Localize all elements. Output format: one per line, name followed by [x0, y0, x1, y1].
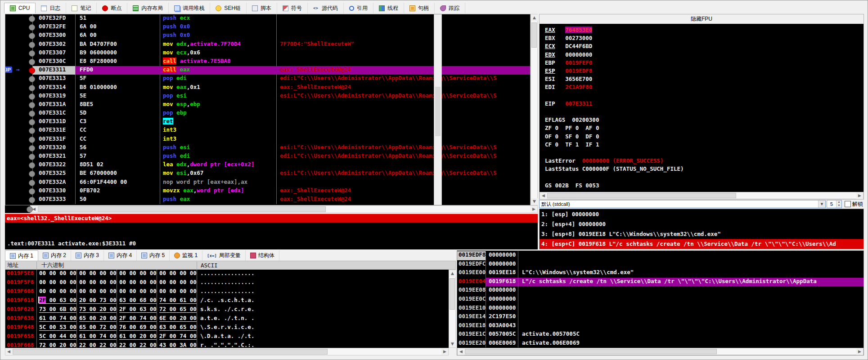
- scroll-left-icon[interactable]: ◀: [540, 192, 547, 199]
- stack-row[interactable]: 0019EE040019F618L"/c schtasks /create /t…: [457, 278, 864, 287]
- scroll-down-icon[interactable]: ▼: [531, 198, 538, 205]
- tab-locals[interactable]: [x=]局部变量: [202, 250, 246, 261]
- dump-row[interactable]: 0019F60800 00 00 0000 00 00 0000 00 00 0…: [5, 288, 449, 297]
- arg-depth-stepper[interactable]: 5 ▲▼: [827, 200, 842, 208]
- calling-convention-select[interactable]: 默认 (stdcall) ▼: [539, 200, 826, 208]
- disasm-row[interactable]: 007E331ECCint3: [5, 126, 530, 135]
- hide-fpu-button[interactable]: 隐藏FPU: [540, 14, 864, 24]
- tab-memory[interactable]: 内存 2: [38, 250, 71, 261]
- breakpoint-dot[interactable]: [29, 102, 35, 108]
- tab-references[interactable]: 引用: [344, 3, 373, 13]
- register-line[interactable]: EAX 764853E0: [545, 26, 864, 34]
- tab-memory[interactable]: 内存 3: [71, 250, 104, 261]
- stack-row[interactable]: 0019EE142C197E50: [457, 313, 864, 322]
- disasm-row[interactable]: 007E33228D51 02lea edx,dword ptr [ecx+0x…: [5, 161, 530, 169]
- breakpoint-dot[interactable]: [29, 188, 35, 195]
- tab-breakpoint[interactable]: 断点: [97, 3, 127, 13]
- breakpoint-dot[interactable]: [29, 42, 35, 48]
- stack-horizontal-scrollbar[interactable]: ◀ ▶: [457, 348, 864, 355]
- register-line[interactable]: EDI 2C1A9F80: [545, 83, 864, 91]
- disassembly-vertical-scrollbar[interactable]: ▲ ▼: [531, 14, 538, 205]
- dump-vertical-scrollbar[interactable]: ▲ ▼: [449, 270, 456, 348]
- scroll-down-icon[interactable]: ▼: [449, 341, 456, 347]
- disasm-row[interactable]: 007E32FD51push ecx: [5, 14, 530, 23]
- register-line[interactable]: EFLAGS 00200300: [545, 116, 864, 124]
- disasm-row[interactable]: 007E3325BE 67000000mov esi,0x67esi:L"C:\…: [5, 169, 530, 178]
- tab-symbols[interactable]: 符号: [277, 3, 308, 13]
- inner-scrollbar[interactable]: [434, 14, 442, 205]
- scroll-right-icon[interactable]: ▶: [856, 192, 863, 199]
- scrollbar-thumb[interactable]: [450, 278, 455, 310]
- register-line[interactable]: [545, 173, 864, 182]
- register-line[interactable]: [545, 108, 864, 116]
- disasm-row[interactable]: 007E33300FB702movzx eax,word ptr [edx]ea…: [5, 187, 530, 196]
- registers-horizontal-scrollbar[interactable]: ◀ ▶: [540, 192, 864, 199]
- tab-struct[interactable]: 结构体: [246, 250, 279, 261]
- scroll-left-icon[interactable]: ◀: [458, 348, 464, 355]
- register-line[interactable]: ESI 3656E700: [545, 75, 864, 83]
- disasm-row[interactable]: 007E32FE6A 00push 0x0: [5, 23, 530, 31]
- breakpoint-dot[interactable]: [29, 154, 35, 160]
- disasm-row[interactable]: 007E3307B9 06000000mov ecx,0x6: [5, 49, 530, 58]
- dump-row[interactable]: 0019F63861 00 74 0065 00 20 002F 00 74 0…: [5, 315, 449, 324]
- disasm-row[interactable]: 007E331A8BE5mov esp,ebp: [5, 101, 530, 109]
- disasm-row[interactable]: 007E332157push ediedi:L"C:\\Users\\Admin…: [5, 152, 530, 161]
- stack-arg-row[interactable]: 3: [esp+8] 0019EE18 L"C:\\Windows\\syste…: [540, 229, 864, 239]
- tab-seh-chain[interactable]: SEH链: [210, 3, 247, 13]
- scroll-right-icon[interactable]: ▶: [856, 348, 863, 355]
- stack-row[interactable]: 0019EE20006E0069activate.006E0069: [457, 339, 864, 347]
- dump-horizontal-scrollbar[interactable]: ◀ ▶: [5, 348, 449, 356]
- scroll-left-icon[interactable]: ◀: [5, 348, 12, 355]
- dump-row[interactable]: 0019F5E800 00 00 0000 00 00 0000 00 00 0…: [5, 270, 449, 279]
- stack-row[interactable]: 0019EE1000000000: [457, 304, 864, 313]
- tab-memory[interactable]: 内存 4: [104, 250, 137, 261]
- tab-trace[interactable]: 跟踪: [435, 3, 465, 13]
- register-line[interactable]: ESP 0019EDF8: [545, 67, 864, 75]
- scroll-up-icon[interactable]: ▲: [531, 14, 538, 21]
- tab-memory-map[interactable]: 内存布局: [127, 3, 169, 13]
- breakpoint-dot[interactable]: [29, 111, 35, 117]
- register-line[interactable]: EBX 00273000: [545, 34, 864, 42]
- disasm-row[interactable]: 007E332A66:0F1F4400 00nop word ptr [eax+…: [5, 178, 530, 187]
- register-line[interactable]: GS 002B FS 0053: [545, 182, 864, 190]
- register-line[interactable]: OF 0 SF 0 DF 0: [545, 133, 864, 141]
- stack-row[interactable]: 0019EE0800000000: [457, 286, 864, 295]
- stack-arg-row[interactable]: 4: [esp+C] 0019F618 L"/c schtasks /creat…: [540, 239, 864, 249]
- tab-memory[interactable]: 内存 1: [5, 250, 38, 261]
- breakpoint-dot[interactable]: [29, 137, 35, 143]
- breakpoint-dot[interactable]: [29, 59, 35, 65]
- disasm-row[interactable]: 007E33135Fpop ediedi:L"C:\\Users\\Admini…: [5, 75, 530, 83]
- scroll-up-icon[interactable]: ▲: [449, 270, 456, 277]
- disasm-row[interactable]: 007E33195Epop esiesi:L"C:\\Users\\Admini…: [5, 92, 530, 101]
- breakpoint-dot[interactable]: [29, 180, 35, 186]
- register-line[interactable]: CF 0 TF 1 IF 1: [545, 141, 864, 149]
- register-line[interactable]: EBP 0019FEF0: [545, 59, 864, 67]
- scroll-right-icon[interactable]: ▶: [531, 206, 537, 213]
- disasm-row[interactable]: 007E330CE8 8F280000call activate.7E5BA0: [5, 58, 530, 66]
- register-line[interactable]: [545, 92, 864, 100]
- register-line[interactable]: ECX DC44F6BD: [545, 42, 864, 50]
- register-line[interactable]: EIP 007E3311: [545, 100, 864, 108]
- scrollbar-thumb[interactable]: [531, 22, 537, 48]
- disasm-row[interactable]: 007E333350push eaxeax:_ShellExecuteW@24: [5, 196, 530, 204]
- disasm-row[interactable]: EIP→007E3311FFD0call eaxeax:_ShellExecut…: [5, 66, 530, 75]
- disasm-row[interactable]: 007E331FCCint3: [5, 135, 530, 144]
- register-line[interactable]: [545, 149, 864, 157]
- stack-row[interactable]: 0019EE18003A0043: [457, 322, 864, 331]
- tab-threads[interactable]: 线程: [373, 3, 404, 13]
- scrollbar-thumb[interactable]: [38, 206, 326, 212]
- disasm-row[interactable]: 007E3314B8 01000000mov eax,0x1eax:_Shell…: [5, 84, 530, 92]
- tab-log[interactable]: 日志: [36, 3, 66, 13]
- register-line[interactable]: LastError 00000000 (ERROR_SUCCESS): [545, 157, 864, 165]
- tab-call-stack[interactable]: 调用堆栈: [169, 3, 210, 13]
- scrollbar-thumb[interactable]: [547, 193, 736, 198]
- stack-row[interactable]: 0019EE000019EE18L"C:\\Windows\\system32\…: [457, 269, 864, 278]
- dump-row[interactable]: 0019F6485C 00 53 0065 00 72 0076 00 69 0…: [5, 324, 449, 333]
- tab-cpu[interactable]: CPU: [4, 3, 36, 13]
- stack-row[interactable]: 0019EE0C00000000: [457, 295, 864, 304]
- disasm-row[interactable]: 007E331C5Dpop ebp: [5, 109, 530, 118]
- dump-row[interactable]: 0019F6182F 00 63 0020 00 73 0063 00 68 0…: [5, 297, 449, 306]
- breakpoint-dot[interactable]: [29, 50, 35, 57]
- breakpoint-dot[interactable]: [29, 85, 35, 91]
- register-line[interactable]: LastStatus C000000F (STATUS_NO_SUCH_FILE…: [545, 165, 864, 173]
